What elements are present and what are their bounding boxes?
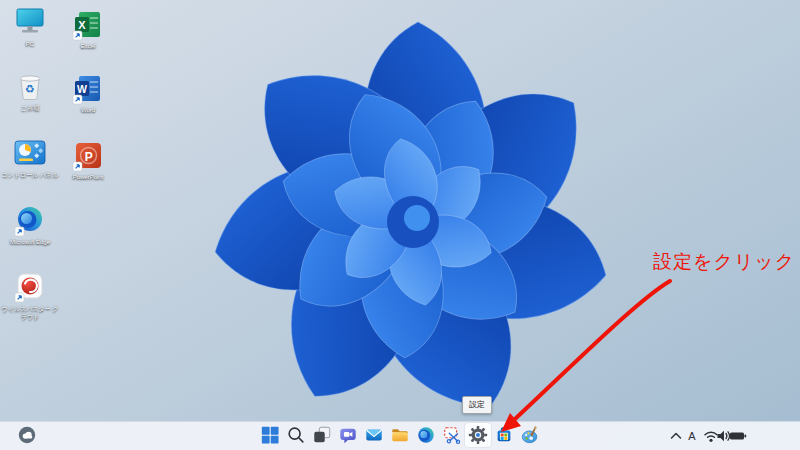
chat-icon (338, 425, 358, 445)
battery-button[interactable] (729, 430, 747, 442)
excel-icon: X (70, 8, 106, 42)
paint-button[interactable] (519, 424, 541, 446)
desktop-icon-label: Microsoft Edge (1, 239, 59, 247)
svg-text:P: P (85, 150, 93, 164)
microsoft-edge-icon (12, 204, 48, 238)
edge-taskbar-button[interactable] (415, 424, 437, 446)
desktop-icon-powerpoint[interactable]: P PowerPoint (59, 139, 117, 182)
pc-icon (12, 6, 48, 40)
windows-start-icon (260, 425, 280, 445)
snipping-tool-icon (442, 425, 462, 445)
desktop-icon-edge[interactable]: Microsoft Edge (1, 204, 59, 247)
desktop-icon-recycle-bin[interactable]: ♻ ごみ箱 (1, 70, 59, 113)
widgets-weather-button[interactable] (16, 424, 38, 446)
desktop-icon-excel[interactable]: X Excel (59, 8, 117, 51)
microsoft-store-icon (494, 425, 514, 445)
mail-icon (364, 425, 384, 445)
desktop-icon-label: ごみ箱 (1, 105, 59, 113)
settings-button[interactable] (467, 424, 489, 446)
control-panel-icon (12, 137, 48, 171)
start-button[interactable] (259, 424, 281, 446)
battery-icon (729, 430, 747, 442)
desktop-icon-virus-buster[interactable]: ウイルスバスター クラウド (1, 271, 59, 322)
desktop-icon-control-panel[interactable]: コントロール パネル (1, 137, 59, 180)
chat-button[interactable] (337, 424, 359, 446)
search-button[interactable] (285, 424, 307, 446)
file-explorer-icon (390, 425, 410, 445)
paint-icon (520, 425, 540, 445)
tray-chevron-button[interactable] (668, 428, 683, 442)
snipping-tool-button[interactable] (441, 424, 463, 446)
desktop-icon-word[interactable]: W Word (59, 72, 117, 115)
powerpoint-icon: P (70, 139, 106, 173)
task-view-button[interactable] (311, 424, 333, 446)
recycle-bin-icon: ♻ (12, 70, 48, 104)
wallpaper-bloom (170, 10, 650, 430)
desktop-icon-label: ウイルスバスター クラウド (1, 306, 59, 322)
weather-widget-icon (16, 424, 38, 446)
desktop-icon-label: PowerPoint (59, 174, 117, 182)
svg-text:W: W (77, 83, 87, 95)
desktop-icon-label: Word (59, 107, 117, 115)
settings-tooltip: 設定 (462, 396, 492, 414)
edge-icon (416, 425, 436, 445)
desktop-icon-label: コントロール パネル (1, 172, 59, 180)
virus-buster-icon (12, 271, 48, 305)
svg-text:X: X (78, 19, 86, 31)
desktop-icon-label: Excel (59, 43, 117, 51)
settings-gear-icon (468, 425, 488, 445)
svg-text:♻: ♻ (25, 83, 35, 96)
desktop-icon-pc[interactable]: PC (1, 6, 59, 49)
task-view-icon (312, 425, 332, 445)
word-icon: W (70, 72, 106, 106)
microsoft-store-button[interactable] (493, 424, 515, 446)
search-icon (286, 425, 306, 445)
desktop-icon-label: PC (1, 41, 59, 49)
ime-indicator[interactable]: A (685, 429, 699, 443)
chevron-up-icon (669, 430, 683, 441)
annotation-text: 設定をクリック (653, 249, 795, 275)
file-explorer-button[interactable] (389, 424, 411, 446)
mail-button[interactable] (363, 424, 385, 446)
